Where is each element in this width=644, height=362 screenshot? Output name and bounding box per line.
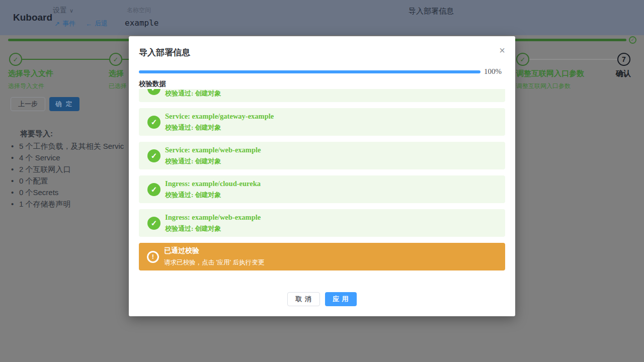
cancel-button[interactable]: 取 消 xyxy=(287,292,320,306)
close-icon[interactable]: × xyxy=(496,44,508,56)
validation-results-list: ✓ 校验通过: 创建对象 ✓ Service: example/gateway-… xyxy=(139,89,505,237)
import-summary-list: 5 个工作负载，及其相关 Servic4 个 Service2 个互联网入口0 … xyxy=(11,142,124,211)
import-deployment-dialog: 导入部署信息 × 100% 校验数据 ✓ 校验通过: 创建对象 ✓ Servic… xyxy=(129,36,515,316)
chevron-down-icon: ∨ xyxy=(69,8,73,14)
step-connector xyxy=(122,59,129,60)
external-link-icon: ↗ xyxy=(54,20,60,28)
step-2-title: 选择 xyxy=(109,69,124,78)
progress-percent: 100% xyxy=(484,67,502,76)
validation-result-row: ✓ Service: example/web-example 校验通过: 创建对… xyxy=(139,142,505,169)
summary-item: 4 个 Service xyxy=(11,153,124,165)
kuboard-logo[interactable]: Kuboard xyxy=(13,12,52,23)
step-1-title: 选择导入文件 xyxy=(8,69,53,78)
section-label: 校验数据 xyxy=(139,79,166,88)
summary-item: 1 个存储卷声明 xyxy=(11,200,124,211)
result-title: Service: example/gateway-example xyxy=(165,112,274,121)
result-title: Ingress: example/cloud-eureka xyxy=(165,179,261,188)
back-link[interactable]: 后退 xyxy=(95,19,108,28)
apply-button[interactable]: 应 用 xyxy=(325,292,357,306)
check-circle-icon: ✓ xyxy=(147,149,160,162)
result-title: Ingress: example/web-example xyxy=(165,213,261,222)
notice-message: 请求已校验，点击 '应用' 后执行变更 xyxy=(164,258,264,267)
page-title: 导入部署信息 xyxy=(409,7,454,16)
warning-icon: ! xyxy=(147,251,159,263)
import-summary-title: 将要导入: xyxy=(20,129,53,139)
validation-result-row: ✓ Service: example/gateway-example 校验通过:… xyxy=(139,108,505,136)
step-6-description: 调整互联网入口参数 xyxy=(516,82,571,90)
header-links: ↗ 事件 ← 后退 xyxy=(54,19,108,28)
result-status: 校验通过: 创建对象 xyxy=(165,157,261,166)
step-2-check-icon: ✓ xyxy=(109,53,122,66)
namespace-value[interactable]: example xyxy=(125,18,158,28)
validation-result-row: ✓ 校验通过: 创建对象 xyxy=(139,89,505,102)
summary-item: 5 个工作负载，及其相关 Servic xyxy=(11,142,124,153)
step-6-check-icon: ✓ xyxy=(516,53,529,66)
step-connector xyxy=(529,59,617,60)
app-header: Kuboard 设置 ∨ ↗ 事件 ← 后退 名称空间 example 导入部署… xyxy=(0,0,644,35)
result-status: 校验通过: 创建对象 xyxy=(165,123,274,132)
validation-result-row: ✓ Ingress: example/web-example 校验通过: 创建对… xyxy=(139,209,505,237)
result-status: 校验通过: 创建对象 xyxy=(165,191,261,200)
check-circle-icon: ✓ xyxy=(147,183,160,196)
dialog-title: 导入部署信息 xyxy=(139,47,190,58)
settings-label: 设置 xyxy=(53,6,67,15)
validation-progress: 100% xyxy=(139,67,505,76)
check-circle-icon: ✓ xyxy=(147,89,160,95)
namespace-label: 名称空间 xyxy=(127,6,151,15)
summary-item: 0 个配置 xyxy=(11,176,124,188)
step-7-title: 确认 xyxy=(616,69,631,78)
settings-menu[interactable]: 设置 ∨ xyxy=(53,6,73,15)
events-link[interactable]: 事件 xyxy=(62,19,75,28)
step-6-title: 调整互联网入口参数 xyxy=(516,69,584,78)
validation-results-scroll[interactable]: ✓ 校验通过: 创建对象 ✓ Service: example/gateway-… xyxy=(139,89,505,272)
check-circle-icon: ✓ xyxy=(147,217,160,230)
result-status: 校验通过: 创建对象 xyxy=(165,89,221,98)
step-connector xyxy=(22,59,109,60)
dialog-footer: 取 消 应 用 xyxy=(129,292,515,306)
progress-complete-check-icon: ✓ xyxy=(629,36,636,44)
progress-bar xyxy=(139,70,480,73)
step-2-description: 已选择 xyxy=(109,82,127,90)
step-7-number: 7 xyxy=(617,53,630,66)
result-title: Service: example/web-example xyxy=(165,146,261,154)
step-1-description: 选择导入文件 xyxy=(8,82,44,90)
result-status: 校验通过: 创建对象 xyxy=(165,224,261,233)
step-1-check-icon: ✓ xyxy=(9,53,22,66)
check-circle-icon: ✓ xyxy=(147,116,160,129)
previous-step-button[interactable]: 上一步 xyxy=(11,97,45,111)
summary-item: 2 个互联网入口 xyxy=(11,165,124,176)
validation-passed-banner: ! 已通过校验 请求已校验，点击 '应用' 后执行变更 xyxy=(139,243,505,270)
summary-item: 0 个Secrets xyxy=(11,188,124,200)
validation-result-row: ✓ Ingress: example/cloud-eureka 校验通过: 创建… xyxy=(139,175,505,203)
confirm-button[interactable]: 确 定 xyxy=(49,97,79,111)
notice-title: 已通过校验 xyxy=(164,246,264,255)
back-arrow-icon: ← xyxy=(86,20,92,28)
